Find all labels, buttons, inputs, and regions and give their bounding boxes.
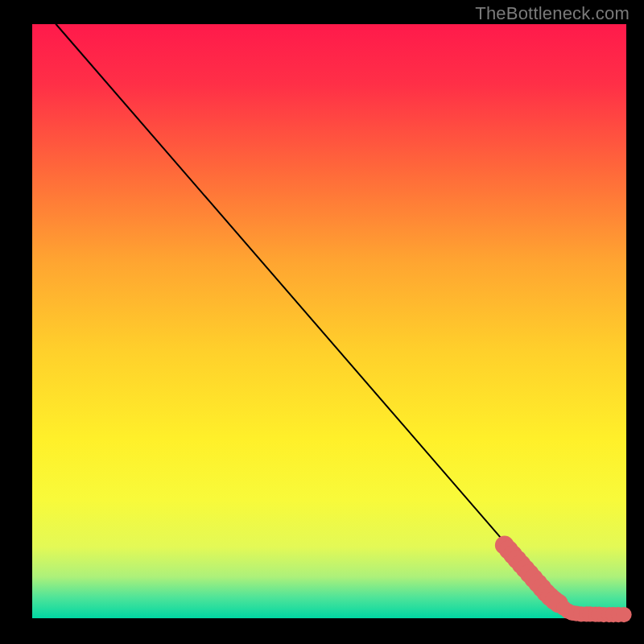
watermark-text: TheBottleneck.com [475,3,630,24]
plot-background [32,24,626,618]
chart-canvas [0,0,644,644]
chart-marker [616,607,631,622]
chart-frame: TheBottleneck.com [0,0,644,644]
